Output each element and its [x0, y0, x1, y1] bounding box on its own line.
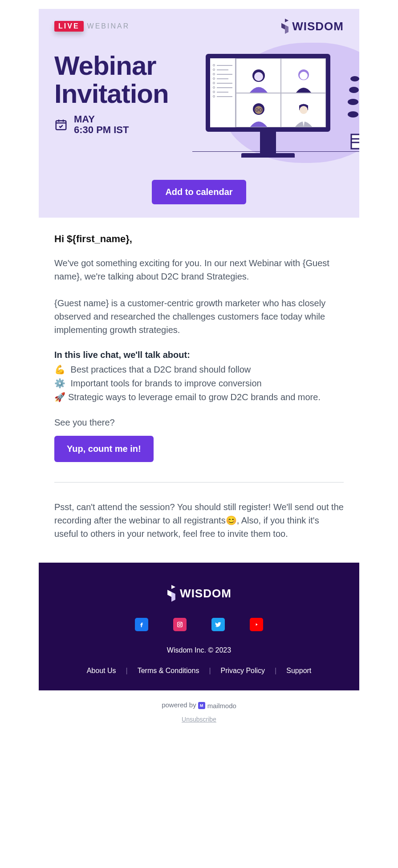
svg-point-17 — [255, 106, 263, 114]
instagram-icon[interactable] — [173, 618, 187, 631]
social-links — [54, 618, 344, 631]
svg-point-15 — [300, 72, 308, 80]
hero-illustration — [201, 52, 359, 163]
hero-section: LIVE WEBINAR WISDOM WebinarInvitation — [39, 9, 359, 218]
intro-paragraph-1: We've got something exciting for you. In… — [54, 256, 344, 283]
svg-point-13 — [254, 72, 263, 81]
greeting: Hi ${first_name}, — [54, 233, 344, 245]
topics-heading: In this live chat, we'll talk about: — [54, 350, 344, 360]
svg-rect-9 — [351, 134, 359, 149]
count-me-in-button[interactable]: Yup, count me in! — [54, 436, 154, 462]
footer-link-privacy[interactable]: Privacy Policy — [221, 667, 265, 675]
footer-link-terms[interactable]: Terms & Conditions — [138, 667, 199, 675]
facebook-icon[interactable] — [135, 618, 148, 631]
mailmodo-icon: M — [198, 702, 205, 709]
youtube-icon[interactable] — [250, 618, 263, 631]
ps-text: Psst, can't attend the session? You shou… — [54, 500, 344, 540]
monitor-illustration — [206, 54, 330, 158]
svg-rect-0 — [56, 121, 66, 130]
brand-logo: WISDOM — [280, 19, 344, 34]
svg-point-1 — [350, 76, 359, 81]
footer-section: WISDOM Wisdom Inc. © 2023 About Us | Ter… — [39, 563, 359, 690]
plant-icon — [341, 61, 359, 150]
date-month: MAY — [74, 114, 129, 125]
svg-point-22 — [179, 624, 181, 626]
topic-item: 💪 Best practices that a D2C brand should… — [54, 363, 344, 377]
svg-point-3 — [349, 87, 359, 93]
topic-item: 🚀Strategic ways to leverage email to gro… — [54, 390, 344, 404]
wisdom-logo-icon — [167, 585, 176, 602]
twitter-icon[interactable] — [211, 618, 225, 631]
footer-link-support[interactable]: Support — [286, 667, 311, 675]
email-body: Hi ${first_name}, We've got something ex… — [39, 218, 359, 563]
svg-point-7 — [348, 111, 358, 118]
add-to-calendar-button[interactable]: Add to calendar — [152, 180, 246, 204]
brand-name: WISDOM — [292, 20, 344, 33]
svg-point-23 — [181, 623, 182, 624]
svg-point-20 — [300, 106, 308, 114]
topic-item: ⚙️ Important tools for brands to improve… — [54, 377, 344, 390]
footer-link-about[interactable]: About Us — [87, 667, 116, 675]
webinar-label: WEBINAR — [87, 22, 130, 30]
intro-paragraph-2: {Guest name} is a customer-centric growt… — [54, 296, 344, 337]
date-time: 6:30 PM IST — [74, 125, 129, 135]
wisdom-logo-icon — [280, 19, 289, 34]
footer-links: About Us | Terms & Conditions | Privacy … — [54, 667, 344, 675]
powered-by: powered by M mailmodo — [39, 690, 359, 712]
svg-point-5 — [348, 99, 358, 105]
live-webinar-tag: LIVE WEBINAR — [54, 21, 130, 32]
footer-brand-name: WISDOM — [180, 587, 231, 600]
page-title: WebinarInvitation — [54, 52, 201, 108]
event-date: MAY 6:30 PM IST — [54, 114, 201, 135]
footer-brand: WISDOM — [54, 585, 344, 602]
live-badge: LIVE — [54, 21, 84, 32]
copyright-text: Wisdom Inc. © 2023 — [54, 646, 344, 654]
calendar-icon — [54, 118, 68, 131]
divider — [54, 482, 344, 483]
closing-question: See you there? — [54, 418, 344, 428]
unsubscribe-link[interactable]: Unsubscribe — [39, 716, 359, 723]
